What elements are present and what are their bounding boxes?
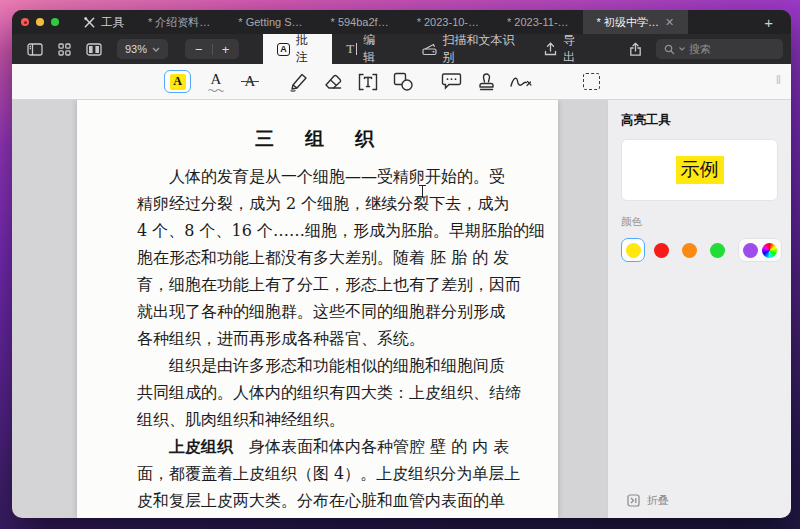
window-tab-bar: 工具 * 介绍资料… ✕ * Getting S… ✕ * 594ba2f… ✕…	[12, 10, 791, 34]
zoom-level-value: 93%	[125, 43, 147, 55]
color-swatch-red[interactable]	[654, 243, 669, 258]
highlight-tool-panel: 高亮工具 示例 颜色 折叠	[607, 100, 791, 518]
tab-edit[interactable]: T 编辑	[332, 34, 399, 64]
selected-color-box[interactable]	[621, 238, 645, 262]
annotate-icon: A	[277, 43, 289, 56]
tab-label: * 介绍资料…	[148, 15, 210, 30]
collapse-panel-button[interactable]: 折叠	[621, 493, 778, 508]
close-window-button[interactable]	[21, 18, 29, 26]
annotate-tab-label: 批注	[296, 32, 319, 66]
select-rectangle-tool[interactable]	[578, 69, 604, 95]
color-swatch-yellow[interactable]	[626, 243, 641, 258]
color-swatch-color-wheel[interactable]	[762, 243, 777, 258]
shapes-tool[interactable]	[390, 69, 416, 95]
document-tab[interactable]: * Getting S… ✕	[224, 10, 316, 34]
edit-tab-label: 编辑	[363, 32, 385, 66]
tools-icon	[83, 16, 96, 29]
highlight-tool-selected[interactable]: A	[164, 70, 191, 93]
search-icon	[664, 44, 675, 55]
tab-label: * 2023-11-…	[507, 16, 569, 28]
color-swatch-green[interactable]	[710, 243, 725, 258]
edit-text-icon: T	[346, 41, 357, 57]
color-swatches	[621, 238, 778, 262]
document-tab[interactable]: * 2023-11-… ✕	[493, 10, 583, 34]
document-tab[interactable]: * 介绍资料… ✕	[134, 10, 224, 34]
text-box-tool[interactable]	[355, 69, 381, 95]
search-placeholder: 搜索	[689, 42, 711, 57]
document-text-line: 精卵经过分裂，成为 2 个细胞，继续分裂下去，成为	[137, 190, 498, 217]
document-tab[interactable]: * 594ba2f… ✕	[317, 10, 403, 34]
tools-menu-button[interactable]: 工具	[69, 15, 134, 30]
page-body-text: 人体的发育是从一个细胞——受精卵开始的。受 精卵经过分裂，成为 2 个细胞，继续…	[77, 163, 558, 518]
color-swatch-orange[interactable]	[682, 243, 697, 258]
annotation-toolbar: A A A	[12, 64, 791, 100]
toolbar-drag-handle[interactable]: ‖	[776, 72, 782, 87]
collapse-icon	[627, 494, 640, 507]
underline-tool[interactable]: A	[203, 69, 229, 95]
strikethrough-tool[interactable]: A	[237, 69, 263, 95]
document-text-line: 组织是由许多形态和功能相似的细胞和细胞间质	[137, 352, 498, 379]
collapse-label: 折叠	[647, 493, 669, 508]
tab-label: * 2023-10-…	[417, 16, 479, 28]
tab-label: * 594ba2f…	[331, 16, 389, 28]
document-text-line: 面，都覆盖着上皮组织（图 4）。上皮组织分为单层上	[137, 460, 498, 487]
split-view-icon[interactable]	[86, 43, 102, 56]
new-tab-button[interactable]: +	[746, 14, 791, 31]
colors-label: 颜色	[621, 215, 778, 229]
sidebar-toggle-icon[interactable]	[27, 43, 43, 56]
thumbnails-view-icon[interactable]	[58, 43, 71, 56]
content-area: 三 组 织 人体的发育是从一个细胞——受精卵开始的。受 精卵经过分裂，成为 2 …	[12, 100, 791, 518]
document-canvas[interactable]: 三 组 织 人体的发育是从一个细胞——受精卵开始的。受 精卵经过分裂，成为 2 …	[12, 100, 607, 518]
signature-tool[interactable]	[508, 69, 534, 95]
zoom-level-dropdown[interactable]: 93%	[117, 39, 168, 59]
main-toolbar: 93% − + A 批注 T 编辑 扫描和文本识别	[12, 34, 791, 64]
document-text-line: 育，细胞在功能上有了分工，形态上也有了差别，因而	[137, 271, 498, 298]
select-rectangle-icon	[583, 73, 600, 90]
stepper-divider	[212, 44, 213, 55]
traffic-lights	[12, 18, 69, 26]
zoom-window-button[interactable]	[51, 18, 59, 26]
export-label: 导出	[563, 32, 585, 66]
stamp-tool[interactable]	[473, 69, 499, 95]
tab-annotate[interactable]: A 批注	[263, 34, 332, 64]
document-text-line: 4 个、8 个、16 个……细胞，形成为胚胎。早期胚胎的细	[137, 217, 498, 244]
pdf-page[interactable]: 三 组 织 人体的发育是从一个细胞——受精卵开始的。受 精卵经过分裂，成为 2 …	[77, 100, 558, 518]
highlight-icon: A	[170, 74, 186, 90]
search-scope-chevron-icon	[679, 47, 685, 51]
document-tab[interactable]: * 2023-10-… ✕	[403, 10, 493, 34]
document-text-line: 组织、肌肉组织和神经组织。	[137, 406, 498, 433]
document-text-line: 就出现了各种的细胞群。这些不同的细胞群分别形成	[137, 298, 498, 325]
close-tab-icon[interactable]: ✕	[665, 17, 674, 28]
color-swatch-purple[interactable]	[743, 243, 758, 258]
page-title: 三 组 织	[77, 126, 558, 152]
app-window: 工具 * 介绍资料… ✕ * Getting S… ✕ * 594ba2f… ✕…	[12, 10, 791, 518]
marker-tool[interactable]	[285, 69, 311, 95]
document-tab[interactable]: * 初级中学… ✕	[583, 10, 689, 34]
search-field[interactable]: 搜索	[656, 39, 783, 59]
highlight-sample-text: 示例	[676, 156, 724, 184]
comment-tool[interactable]	[438, 69, 464, 95]
zoom-out-button[interactable]: −	[195, 42, 203, 57]
minimize-window-button[interactable]	[36, 18, 44, 26]
scan-ocr-button[interactable]: 扫描和文本识别	[422, 32, 522, 66]
document-text-line: 人体的发育是从一个细胞——受精卵开始的。受	[137, 163, 498, 190]
document-tabs: * 介绍资料… ✕ * Getting S… ✕ * 594ba2f… ✕ * …	[134, 10, 746, 34]
export-button[interactable]: 导出	[544, 32, 585, 66]
document-text-line: 层扁平上皮，分布在呼吸道内表面的纤毛上皮，分布	[137, 514, 498, 518]
tools-button-label: 工具	[101, 15, 124, 30]
more-colors-group	[738, 238, 782, 262]
strikethrough-icon: A	[245, 74, 256, 89]
highlight-preview-card: 示例	[621, 139, 778, 201]
eraser-tool[interactable]	[320, 69, 346, 95]
export-icon	[544, 42, 557, 56]
document-text-line: 上皮组织 身体表面和体内各种管腔 壁 的 内 表	[137, 433, 498, 460]
panel-title: 高亮工具	[621, 112, 778, 129]
tab-label: * 初级中学…	[597, 15, 659, 30]
document-text-line: 胞在形态和功能上都没有多大差别。随着 胚 胎 的 发	[137, 244, 498, 271]
scanner-icon	[422, 42, 437, 56]
zoom-in-button[interactable]: +	[222, 42, 230, 57]
scan-label: 扫描和文本识别	[443, 32, 522, 66]
document-text-line: 共同组成的。人体内的组织有四大类：上皮组织、结缔	[137, 379, 498, 406]
share-icon[interactable]	[629, 42, 642, 57]
tab-label: * Getting S…	[238, 16, 302, 28]
